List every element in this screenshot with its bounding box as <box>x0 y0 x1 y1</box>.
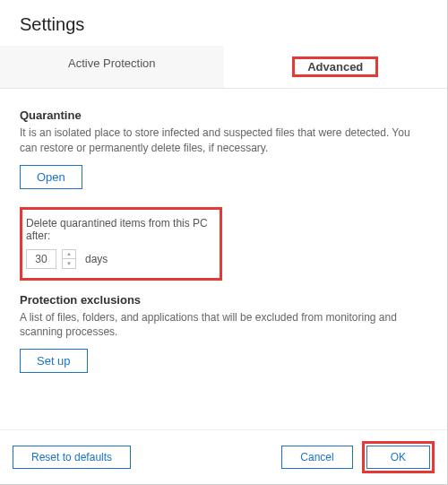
ok-button[interactable]: OK <box>366 446 430 469</box>
tabs: Active Protection Advanced <box>0 46 447 89</box>
exclusions-title: Protection exclusions <box>20 293 427 307</box>
spinner-up-icon[interactable]: ▲ <box>63 250 75 259</box>
days-unit: days <box>85 253 108 265</box>
tab-active-protection[interactable]: Active Protection <box>0 46 224 88</box>
cancel-button[interactable]: Cancel <box>281 446 352 469</box>
reset-button[interactable]: Reset to defaults <box>13 446 131 469</box>
quarantine-section: Quarantine It is an isolated place to st… <box>20 108 427 189</box>
exclusions-desc: A list of files, folders, and applicatio… <box>20 310 427 341</box>
highlight-box: Advanced <box>292 56 378 77</box>
open-button[interactable]: Open <box>20 165 82 189</box>
footer-right: Cancel OK <box>281 441 435 473</box>
setup-button[interactable]: Set up <box>20 349 88 373</box>
days-input[interactable] <box>26 249 56 269</box>
days-spinner: ▲ ▼ days <box>26 249 216 269</box>
tab-advanced[interactable]: Advanced <box>224 46 448 88</box>
delete-label: Delete quarantined items from this PC af… <box>26 217 216 242</box>
content: Quarantine It is an isolated place to st… <box>0 89 447 373</box>
exclusions-section: Protection exclusions A list of files, f… <box>20 293 427 374</box>
delete-quarantine-section: Delete quarantined items from this PC af… <box>20 207 222 281</box>
quarantine-desc: It is an isolated place to store infecte… <box>20 126 427 156</box>
quarantine-title: Quarantine <box>20 108 427 122</box>
header: Settings <box>0 0 447 46</box>
page-title: Settings <box>20 14 427 35</box>
spinner-down-icon[interactable]: ▼ <box>63 259 75 268</box>
tab-label: Active Protection <box>68 56 156 70</box>
tab-label: Advanced <box>307 60 363 74</box>
highlight-box: OK <box>362 441 435 473</box>
footer: Reset to defaults Cancel OK <box>0 429 447 484</box>
spinner-buttons: ▲ ▼ <box>62 249 76 269</box>
